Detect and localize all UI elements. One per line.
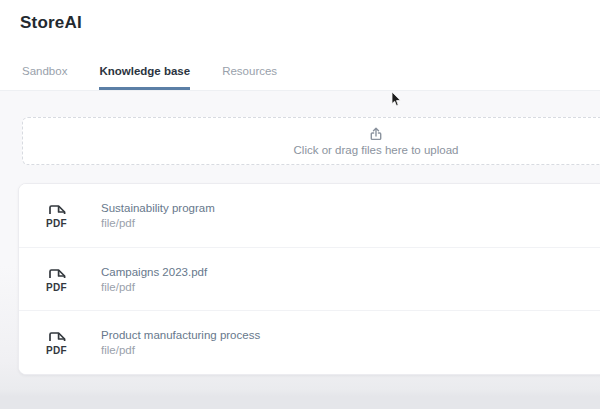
upload-tray-arrow-icon [368,126,384,142]
upload-dropzone-label: Click or drag files here to upload [294,144,459,156]
svg-text:PDF: PDF [46,281,67,292]
file-text: Sustainability program file/pdf [101,202,215,229]
file-row-sustainability-program[interactable]: PDF Sustainability program file/pdf [19,184,600,248]
file-text: Campaigns 2023.pdf file/pdf [101,266,207,293]
file-type: file/pdf [101,344,260,356]
upload-dropzone[interactable]: Click or drag files here to upload [22,117,600,165]
file-title: Sustainability program [101,202,215,214]
tab-bar: Sandbox Knowledge base Resources [22,65,277,90]
pdf-file-icon: PDF [46,266,68,293]
file-title: Campaigns 2023.pdf [101,266,207,278]
tab-knowledge-base[interactable]: Knowledge base [99,65,190,90]
app-title: StoreAI [20,13,82,33]
content-area: Click or drag files here to upload PDF S… [0,91,600,409]
app-header: StoreAI Sandbox Knowledge base Resources [0,0,600,91]
knowledge-base-file-list: PDF Sustainability program file/pdf PDF … [18,183,600,375]
file-type: file/pdf [101,281,207,293]
svg-text:PDF: PDF [46,345,67,356]
file-type: file/pdf [101,217,215,229]
svg-text:PDF: PDF [46,217,67,228]
tab-sandbox[interactable]: Sandbox [22,65,67,90]
pdf-file-icon: PDF [46,202,68,229]
file-text: Product manufacturing process file/pdf [101,329,260,356]
file-title: Product manufacturing process [101,329,260,341]
file-row-product-manufacturing-process[interactable]: PDF Product manufacturing process file/p… [19,311,600,374]
pdf-file-icon: PDF [46,329,68,356]
tab-resources[interactable]: Resources [222,65,277,90]
file-row-campaigns-2023[interactable]: PDF Campaigns 2023.pdf file/pdf [19,248,600,312]
